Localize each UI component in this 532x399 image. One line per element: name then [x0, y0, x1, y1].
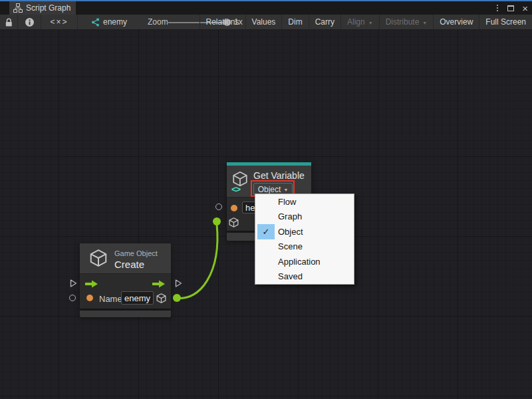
create-node-header[interactable]: Game Object Create	[80, 243, 171, 273]
graph-breadcrumb-icon	[90, 17, 100, 27]
gameobject-output-cube-icon	[156, 293, 167, 304]
create-node[interactable]: Game Object Create Name enemy	[80, 243, 171, 309]
info-button[interactable]	[18, 15, 41, 29]
window-controls: ×	[494, 1, 529, 15]
name-port-dot-icon	[86, 295, 93, 301]
carry-button[interactable]: Carry	[309, 15, 340, 29]
toolbar-left-group: <×>	[0, 15, 78, 29]
get-variable-title: Get Variable	[253, 170, 305, 181]
relations-button[interactable]: Relations	[200, 15, 245, 29]
overview-button[interactable]: Overview	[433, 15, 479, 29]
window-menu-icon[interactable]	[494, 3, 501, 13]
name-port-label: Name	[99, 294, 122, 304]
getvariable-name-input-port[interactable]	[215, 203, 222, 210]
breadcrumb-label: enemy	[103, 17, 127, 27]
align-button[interactable]: Align▼	[340, 15, 379, 29]
fullscreen-button[interactable]: Full Screen	[479, 15, 532, 29]
tab-title: Script Graph	[26, 3, 70, 13]
create-node-category: Game Object	[114, 249, 158, 257]
create-gameobject-output-port[interactable]	[173, 294, 181, 302]
variable-name-dot-icon	[231, 205, 237, 211]
name-input[interactable]: enemy	[121, 291, 154, 305]
menu-item-scene[interactable]: Scene	[255, 239, 354, 255]
variable-value-cube-icon	[228, 217, 239, 228]
create-flow-input-port[interactable]	[68, 279, 78, 288]
maximize-icon[interactable]	[507, 5, 514, 11]
lock-icon	[4, 17, 13, 27]
create-name-input-port[interactable]	[69, 295, 76, 301]
check-slot	[257, 194, 275, 209]
check-slot	[257, 209, 275, 225]
variable-code-icon: <>	[231, 184, 240, 194]
dim-button[interactable]: Dim	[281, 15, 308, 29]
menu-item-application[interactable]: Application	[255, 254, 354, 269]
menu-item-saved[interactable]: Saved	[255, 269, 354, 285]
tab-script-graph[interactable]: Script Graph	[9, 1, 76, 15]
graph-canvas[interactable]: Game Object Create Name enemy	[0, 30, 532, 399]
menu-item-flow[interactable]: Flow	[255, 194, 354, 209]
check-slot	[257, 269, 275, 285]
lock-button[interactable]	[0, 15, 18, 29]
close-icon[interactable]: ×	[521, 3, 529, 13]
check-slot	[257, 239, 275, 255]
cube-icon	[88, 248, 108, 268]
zoom-label: Zoom	[148, 17, 168, 27]
menu-item-object[interactable]: ✓ Object	[255, 224, 354, 239]
graph-toolbar: <×> enemy Zoom 1x Relations Values Dim C…	[0, 15, 532, 30]
create-node-title: Create	[114, 259, 144, 270]
info-icon	[25, 17, 35, 27]
create-flow-output-port[interactable]	[174, 279, 183, 288]
check-icon: ✓	[257, 224, 275, 239]
menu-item-graph[interactable]: Graph	[255, 209, 354, 225]
graph-hierarchy-icon	[13, 3, 23, 13]
code-preview-button[interactable]: <×>	[41, 15, 78, 29]
create-node-footer	[80, 311, 171, 317]
chevron-down-icon: ▼	[368, 21, 373, 25]
values-button[interactable]: Values	[245, 15, 282, 29]
toolbar-right-group: Relations Values Dim Carry Align▼ Distri…	[200, 15, 532, 29]
flow-out-arrow-icon	[152, 279, 166, 289]
scope-dropdown-menu: Flow Graph ✓ Object Scene Application Sa…	[255, 194, 354, 285]
getvariable-object-input-port[interactable]	[213, 217, 221, 225]
check-slot	[257, 254, 275, 269]
flow-in-arrow-icon	[84, 279, 98, 289]
breadcrumb[interactable]: enemy	[90, 15, 127, 29]
tab-bar: Script Graph ×	[0, 1, 532, 15]
create-node-body: Name enemy	[80, 273, 171, 309]
chevron-down-icon: ▼	[422, 21, 427, 25]
distribute-button[interactable]: Distribute▼	[379, 15, 434, 29]
script-graph-window: Script Graph × <×>	[0, 0, 532, 399]
